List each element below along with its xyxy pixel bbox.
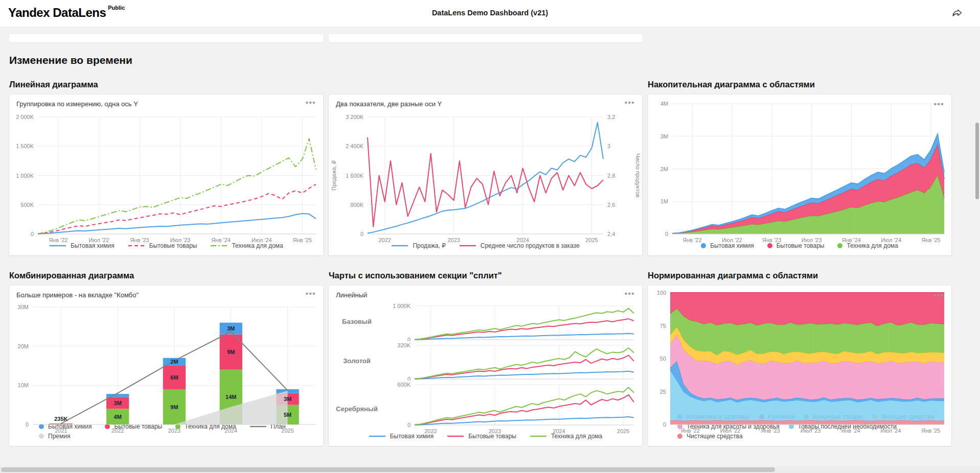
svg-text:3M: 3M xyxy=(284,396,291,402)
svg-text:100: 100 xyxy=(657,290,666,296)
svg-text:1M: 1M xyxy=(660,198,668,204)
split-panel-chart: 01 000K xyxy=(385,302,642,341)
svg-text:2025: 2025 xyxy=(617,428,629,434)
svg-text:Янв '24: Янв '24 xyxy=(842,237,861,243)
svg-text:0: 0 xyxy=(31,231,34,237)
vertical-scrollbar-thumb[interactable] xyxy=(975,123,979,199)
svg-text:235K: 235K xyxy=(54,416,67,422)
split-panel-Базовый: Базовый01 000K xyxy=(329,302,642,341)
svg-text:2M: 2M xyxy=(170,359,178,365)
svg-text:10M: 10M xyxy=(18,382,29,388)
svg-text:Янв '25: Янв '25 xyxy=(921,237,940,243)
chart-canvas-split-0: 01 000K xyxy=(385,302,642,341)
charts-row-1: Группировка по измерению, одна ось Y •••… xyxy=(9,94,980,255)
svg-text:1 600K: 1 600K xyxy=(346,173,364,179)
svg-text:Июл '24: Июл '24 xyxy=(881,237,901,243)
svg-text:Число продуктов: Число продуктов xyxy=(635,153,641,198)
svg-text:30M: 30M xyxy=(18,304,29,310)
svg-text:Июл '24: Июл '24 xyxy=(252,237,272,243)
previous-section-card-bottoms xyxy=(9,34,980,42)
svg-text:1 000K: 1 000K xyxy=(393,303,411,309)
partial-card xyxy=(329,34,642,42)
svg-text:Янв '25: Янв '25 xyxy=(921,428,940,434)
split-row-label: Базовый xyxy=(329,318,385,325)
more-menu-icon[interactable]: ••• xyxy=(934,102,944,107)
bar-segment-Техника для дома xyxy=(50,424,72,424)
svg-text:2023: 2023 xyxy=(168,428,180,434)
split-row-label: Золотой xyxy=(329,357,385,365)
svg-text:3M: 3M xyxy=(660,133,668,139)
chart-canvas-stacked_area: Янв '22Июл '22Янв '23Июл '23Янв '24Июл '… xyxy=(648,97,951,247)
svg-text:3: 3 xyxy=(607,143,610,149)
svg-text:4M: 4M xyxy=(114,414,122,420)
svg-text:9M: 9M xyxy=(170,404,178,410)
group-heading-normalized: Нормированная диаграмма с областями xyxy=(648,271,951,280)
card-header: Два показателя, две разные оси Y ••• xyxy=(329,94,642,111)
split-panel-Серебряный: Серебряный20222023202420250600K xyxy=(329,381,642,437)
chart-title: Группировка по измерению, одна ось Y xyxy=(16,100,138,108)
svg-text:Янв '22: Янв '22 xyxy=(682,237,701,243)
more-menu-icon[interactable]: ••• xyxy=(306,100,316,105)
svg-text:2025: 2025 xyxy=(281,428,293,434)
bar-segment-Бытовые товары xyxy=(50,423,72,424)
svg-text:2021: 2021 xyxy=(55,428,67,434)
svg-text:Июл '22: Июл '22 xyxy=(720,428,741,434)
row1-headings: Линейная диаграмма Накопительная диаграм… xyxy=(9,80,980,89)
svg-text:2,8: 2,8 xyxy=(607,173,615,179)
svg-text:0: 0 xyxy=(407,337,411,341)
svg-text:1 000K: 1 000K xyxy=(16,173,34,179)
svg-text:Июл '23: Июл '23 xyxy=(170,237,191,243)
chart-canvas-normalized: Янв '22Июл '22Янв '23Июл '23Янв '24Июл '… xyxy=(648,288,951,438)
card-stacked-area: ••• Янв '22Июл '22Янв '23Июл '23Янв '24И… xyxy=(648,94,951,255)
svg-text:Июл '23: Июл '23 xyxy=(802,237,822,243)
svg-text:0: 0 xyxy=(665,231,668,237)
svg-text:2,6: 2,6 xyxy=(607,202,615,208)
svg-text:3M: 3M xyxy=(227,325,235,332)
svg-text:2023: 2023 xyxy=(447,237,460,243)
dashboard-title: DataLens Demo Dashboard (v21) xyxy=(0,9,980,17)
svg-text:2023: 2023 xyxy=(489,428,501,434)
more-menu-icon[interactable]: ••• xyxy=(625,100,635,105)
normalized-area-chart: Янв '22Июл '22Янв '23Июл '23Янв '24Июл '… xyxy=(648,288,951,411)
svg-text:2024: 2024 xyxy=(553,428,565,434)
svg-text:800K: 800K xyxy=(350,202,363,208)
more-menu-icon[interactable]: ••• xyxy=(625,291,635,296)
section-title: Изменение во времени xyxy=(9,54,980,66)
chart-canvas-split-1: 0320K xyxy=(385,341,642,381)
series-Бытовая химия xyxy=(415,371,634,379)
horizontal-scrollbar-thumb[interactable] xyxy=(1,467,775,472)
datalens-dashboard-page: { "header": { "logo": "Yandex DataLens",… xyxy=(0,0,980,473)
more-menu-icon[interactable]: ••• xyxy=(934,293,944,298)
share-arrow-icon xyxy=(951,8,963,19)
svg-text:2 000K: 2 000K xyxy=(16,114,34,120)
card-combo: Больше примеров - на вкладке "Комбо" •••… xyxy=(9,286,323,446)
svg-text:Янв '23: Янв '23 xyxy=(762,237,781,243)
svg-text:2,4: 2,4 xyxy=(607,231,615,237)
group-heading-line: Линейная диаграмма xyxy=(9,80,323,89)
series-Бытовая химия xyxy=(38,214,316,234)
split-row-label: Серебряный xyxy=(329,405,385,413)
svg-text:Янв '24: Янв '24 xyxy=(212,237,231,243)
card-split: Линейный ••• Базовый01 000KЗолотой0320KС… xyxy=(329,286,642,446)
svg-text:Янв '22: Янв '22 xyxy=(681,428,700,434)
svg-text:Янв '22: Янв '22 xyxy=(49,237,67,243)
svg-text:3M: 3M xyxy=(114,400,122,406)
dual-axis-chart: 20222023202420250800K1 600K2 400K3 200K2… xyxy=(329,111,642,240)
horizontal-scrollbar-track[interactable] xyxy=(0,466,980,473)
combo-chart: 20212022202320242025010M20M30M4M3M9M6M2M… xyxy=(9,302,323,421)
svg-text:Янв '24: Янв '24 xyxy=(841,428,860,434)
share-icon[interactable] xyxy=(951,8,963,19)
more-menu-icon[interactable]: ••• xyxy=(306,291,316,296)
card-header: Больше примеров - на вкладке "Комбо" ••• xyxy=(9,286,323,302)
series-Среднее число продуктов в заказе xyxy=(368,137,603,227)
group-heading-stacked: Накопительная диаграмма с областями xyxy=(648,80,951,89)
svg-text:75: 75 xyxy=(660,323,666,329)
svg-text:4M: 4M xyxy=(660,101,668,107)
svg-text:Июл '23: Июл '23 xyxy=(801,428,821,434)
line-grouping-chart: Янв '22Июл '22Янв '23Июл '23Янв '24Июл '… xyxy=(9,111,323,240)
chart-title: Больше примеров - на вкладке "Комбо" xyxy=(16,291,139,299)
svg-text:50: 50 xyxy=(660,356,666,362)
partial-card xyxy=(9,34,323,42)
chart-title: Два показателя, две разные оси Y xyxy=(336,100,442,108)
area-Кухонная xyxy=(670,293,944,326)
